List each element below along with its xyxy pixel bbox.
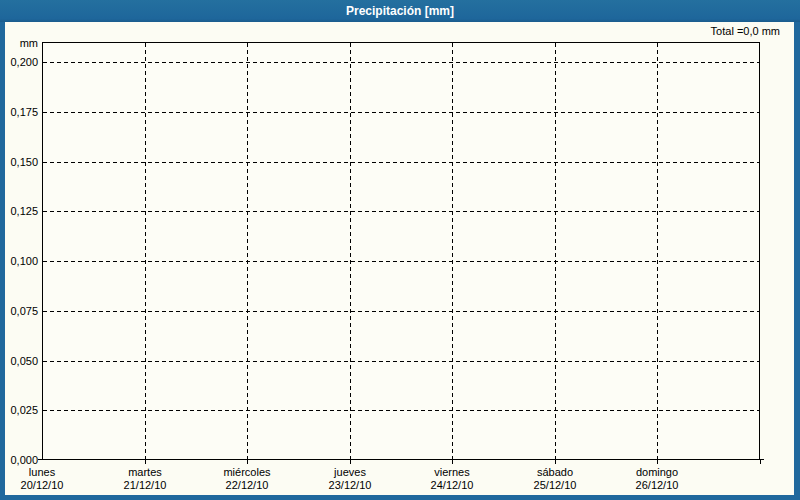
h-gridline bbox=[43, 211, 759, 212]
x-date-label: 24/12/10 bbox=[431, 479, 474, 492]
x-date-label: 21/12/10 bbox=[124, 479, 167, 492]
h-gridline bbox=[43, 62, 759, 63]
v-gridline bbox=[657, 43, 658, 459]
chart-window: Precipitación [mm] Total =0,0 mm mm 0,20… bbox=[0, 0, 800, 500]
x-category-label: jueves23/12/10 bbox=[329, 466, 372, 492]
y-tick-label: 0,125 bbox=[5, 205, 38, 218]
plot-area bbox=[42, 42, 760, 460]
y-tick-label: 0,175 bbox=[5, 106, 38, 119]
y-tick-label: 0,075 bbox=[5, 305, 38, 318]
h-gridline bbox=[43, 361, 759, 362]
x-day-label: domingo bbox=[636, 466, 679, 479]
x-axis-tick bbox=[145, 460, 146, 464]
x-category-label: miércoles22/12/10 bbox=[223, 466, 270, 492]
h-gridline bbox=[43, 112, 759, 113]
chart-content: Total =0,0 mm mm 0,2000,1750,1500,1250,1… bbox=[5, 22, 794, 495]
axis-left-end-tick bbox=[38, 459, 42, 460]
x-date-label: 26/12/10 bbox=[636, 479, 679, 492]
x-axis-tick bbox=[452, 460, 453, 464]
x-axis-tick bbox=[247, 460, 248, 464]
v-gridline bbox=[452, 43, 453, 459]
x-day-label: lunes bbox=[21, 466, 64, 479]
y-tick-label: 0,100 bbox=[5, 255, 38, 268]
x-day-label: jueves bbox=[329, 466, 372, 479]
x-date-label: 23/12/10 bbox=[329, 479, 372, 492]
x-category-label: martes21/12/10 bbox=[124, 466, 167, 492]
v-gridline bbox=[350, 43, 351, 459]
x-category-label: lunes20/12/10 bbox=[21, 466, 64, 492]
x-category-label: viernes24/12/10 bbox=[431, 466, 474, 492]
y-tick-label: 0,025 bbox=[5, 404, 38, 417]
v-gridline bbox=[247, 43, 248, 459]
x-axis-tick bbox=[760, 460, 761, 464]
total-label: Total =0,0 mm bbox=[711, 25, 780, 38]
x-day-label: sábado bbox=[534, 466, 577, 479]
x-axis-tick bbox=[657, 460, 658, 464]
h-gridline bbox=[43, 410, 759, 411]
x-date-label: 22/12/10 bbox=[223, 479, 270, 492]
x-axis-tick bbox=[555, 460, 556, 464]
window-title: Precipitación [mm] bbox=[346, 4, 454, 18]
x-date-label: 20/12/10 bbox=[21, 479, 64, 492]
x-day-label: martes bbox=[124, 466, 167, 479]
v-gridline bbox=[555, 43, 556, 459]
x-category-label: domingo26/12/10 bbox=[636, 466, 679, 492]
h-gridline bbox=[43, 162, 759, 163]
x-category-label: sábado25/12/10 bbox=[534, 466, 577, 492]
x-axis-tick bbox=[350, 460, 351, 464]
x-day-label: miércoles bbox=[223, 466, 270, 479]
y-tick-label: 0,150 bbox=[5, 156, 38, 169]
x-date-label: 25/12/10 bbox=[534, 479, 577, 492]
h-gridline bbox=[43, 261, 759, 262]
x-day-label: viernes bbox=[431, 466, 474, 479]
y-axis-unit-label: mm bbox=[5, 37, 38, 50]
y-tick-label: 0,200 bbox=[5, 56, 38, 69]
v-gridline bbox=[145, 43, 146, 459]
h-gridline bbox=[43, 311, 759, 312]
y-tick-label: 0,050 bbox=[5, 355, 38, 368]
title-bar: Precipitación [mm] bbox=[0, 0, 800, 22]
